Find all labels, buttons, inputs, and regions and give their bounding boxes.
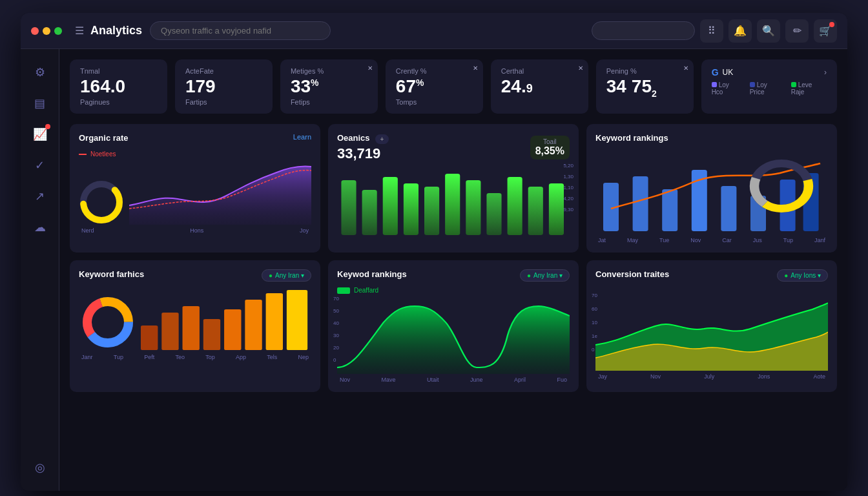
organic-donut-chart (79, 180, 124, 225)
keywod-rankings-bottom-header: Keywod rankings ● Any Iran ▾ (337, 269, 570, 282)
google-chevron[interactable]: › (824, 68, 827, 77)
conversion-traites-y-axis: 7060101e0 (592, 293, 597, 353)
organic-rate-link[interactable]: Learn (293, 133, 311, 141)
svg-rect-30 (183, 306, 200, 350)
sidebar-item-chart[interactable]: 📈 (27, 121, 53, 147)
keyword-farhics-dropdown[interactable]: ● Any Iran ▾ (262, 269, 311, 282)
bell-icon-button[interactable]: 🔔 (728, 19, 752, 43)
svg-rect-29 (161, 313, 178, 350)
edit-icon-button[interactable]: ✏ (785, 19, 809, 43)
svg-rect-11 (528, 187, 543, 235)
svg-rect-28 (141, 326, 158, 350)
keywod-rankings-legend-label: Deaffard (354, 287, 378, 294)
conversion-traites-header: Conversion traites ● Any Ions ▾ (595, 269, 828, 282)
cart-icon-button[interactable]: 🛒 (814, 19, 837, 43)
organic-rate-header: Organic rate Learn (79, 133, 311, 145)
stat-badge-pening: ✕ (683, 65, 688, 72)
organic-rate-title: Organic rate (79, 133, 129, 143)
conversion-traites-x-axis: JayNovJulyJonsAote (595, 373, 828, 380)
keywod-rankings-bottom-title: Keywod rankings (337, 269, 407, 279)
stat-label-metiges: Metiges % (291, 67, 367, 75)
svg-rect-15 (662, 189, 677, 231)
oeanics-badge[interactable]: + (375, 134, 389, 144)
keyword-farhics-title: Keyword farhics (79, 269, 144, 279)
sidebar-item-help[interactable]: ◎ (27, 455, 53, 480)
main-layout: ⚙ ▤ 📈 ✓ ↗ ☁ ◎ Tnmal 164.0 Paginues ActeF… (21, 49, 847, 491)
sidebar: ⚙ ▤ 📈 ✓ ↗ ☁ ◎ (21, 49, 59, 491)
keyword-farhics-x-axis: JanrTupPeftTeoTopAppTelsNep (79, 354, 311, 360)
sidebar-item-check[interactable]: ✓ (27, 152, 53, 178)
google-legend: Loy Hco Loy Price Leve Raje (712, 81, 827, 96)
sidebar-item-cloud[interactable]: ☁ (27, 214, 53, 240)
svg-rect-34 (266, 293, 283, 350)
title-bar-left: ☰ Analytics (75, 24, 142, 37)
stat-card-active: ActeFate 179 Fartips (175, 59, 273, 114)
sidebar-item-layers[interactable]: ▤ (27, 90, 53, 116)
svg-rect-7 (445, 174, 460, 235)
stat-value-pening1: 34 (606, 78, 626, 96)
stat-sub-crently: Tomps (396, 98, 473, 106)
keyword-rankings-top-title: Keyword rankings (595, 133, 668, 143)
svg-rect-32 (224, 309, 241, 350)
keyword-rankings-top-card: Keyword rankings (586, 124, 837, 253)
google-card-top: G UK › (712, 67, 827, 78)
keywod-rankings-legend: Deaffard (337, 287, 570, 294)
search-right-input[interactable] (592, 21, 695, 40)
keyword-rankings-top-header: Keyword rankings (595, 133, 828, 145)
main-content: Tnmal 164.0 Paginues ActeFate 179 Fartip… (59, 49, 847, 491)
keyword-rankings-top-chart (595, 150, 828, 234)
stat-badge-metiges: ✕ (367, 65, 373, 72)
stat-label-total: Tnmal (80, 67, 157, 75)
stat-value-total: 164.0 (80, 78, 157, 96)
svg-rect-31 (203, 319, 220, 350)
search-icon-button[interactable]: 🔍 (757, 19, 780, 43)
search-input[interactable] (150, 21, 331, 40)
keywod-rankings-bottom-dropdown[interactable]: ● Any Iran ▾ (520, 269, 570, 282)
google-label: UK (723, 68, 734, 77)
conversion-traites-dropdown[interactable]: ● Any Ions ▾ (777, 269, 828, 282)
keywod-rankings-area-chart (337, 296, 570, 374)
svg-rect-17 (721, 186, 736, 231)
traffic-lights (31, 27, 62, 35)
keyword-farhics-chart-area (79, 287, 311, 351)
stat-label-active: ActeFate (185, 67, 262, 75)
keyword-rankings-top-x-axis: JatMayTueNovCarJusTupJanf (595, 237, 828, 243)
title-bar-right: ⠿ 🔔 🔍 ✏ 🛒 (592, 19, 837, 43)
stat-label-certhal: Certhal (501, 67, 578, 75)
maximize-button[interactable] (54, 27, 62, 35)
organic-x-axis: NerdHonsJoy (79, 227, 311, 234)
svg-rect-10 (508, 177, 522, 235)
svg-rect-2 (341, 180, 356, 235)
sidebar-item-settings[interactable]: ⚙ (27, 59, 53, 85)
svg-rect-12 (549, 183, 564, 235)
oeanics-header: Oeanics + 33,719 Toail 8,35% (337, 133, 570, 162)
oeanics-y-axis: 5,201,301,104,209,30 (563, 163, 574, 212)
keyword-farhics-area (141, 287, 311, 351)
stat-value-pening2: 752 (632, 78, 657, 98)
menu-icon[interactable]: ☰ (75, 25, 84, 37)
conversion-traites-card: Conversion traites ● Any Ions ▾ (586, 260, 837, 392)
organic-rate-card: Organic rate Learn Noetlees (70, 124, 320, 253)
stat-sub-total: Paginues (80, 98, 157, 106)
stat-label-pening: Pening % (606, 67, 683, 75)
minimize-button[interactable] (43, 27, 50, 35)
organic-legend-label: Noetlees (90, 150, 116, 158)
keywod-rankings-x-axis: NovMaveUtaitJuneAprilFuo (337, 377, 570, 383)
keywod-rankings-y-axis: 70504030200 (333, 296, 339, 363)
keywod-rankings-bottom-card: Keywod rankings ● Any Iran ▾ Deaffard (328, 260, 579, 392)
keyword-farhics-card: Keyword farhics ● Any Iran ▾ (70, 260, 320, 392)
close-button[interactable] (31, 27, 39, 35)
conversion-traites-title: Conversion traites (595, 269, 669, 279)
title-bar: ☰ Analytics ⠿ 🔔 🔍 ✏ 🛒 (21, 13, 847, 49)
svg-rect-4 (383, 177, 398, 235)
app-window: ☰ Analytics ⠿ 🔔 🔍 ✏ 🛒 ⚙ ▤ 📈 ✓ ↗ ☁ ◎ (21, 13, 847, 491)
top-charts-grid: Organic rate Learn Noetlees (70, 124, 837, 253)
oeanics-title: Oeanics (337, 133, 370, 143)
stat-card-certhal: ✕ Certhal 24.9 (491, 59, 588, 114)
stat-badge-crently: ✕ (473, 65, 478, 72)
svg-rect-8 (466, 180, 480, 235)
sidebar-item-share[interactable]: ↗ (27, 183, 53, 209)
bottom-charts-grid: Keyword farhics ● Any Iran ▾ (70, 260, 837, 392)
app-title: Analytics (90, 24, 142, 37)
grid-icon-button[interactable]: ⠿ (700, 19, 723, 43)
